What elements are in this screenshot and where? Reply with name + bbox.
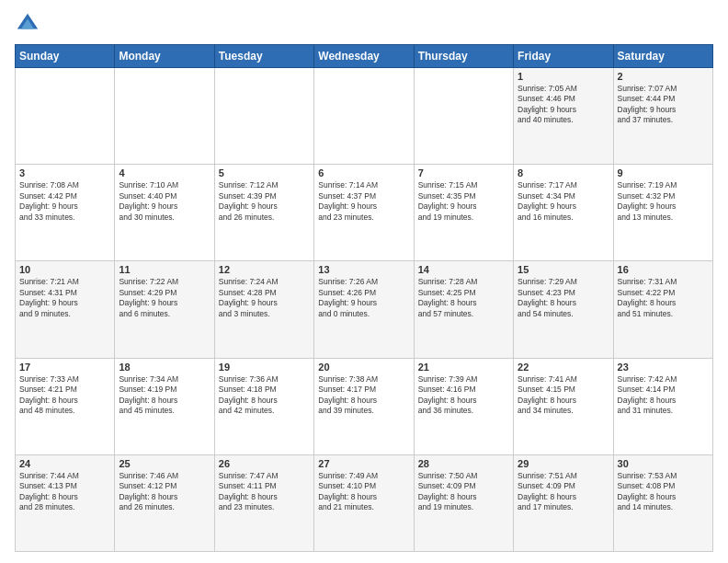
header-cell-monday: Monday (115, 45, 214, 68)
day-number: 27 (318, 458, 409, 469)
day-info-line: Sunrise: 7:44 AM (19, 471, 110, 481)
day-info-line: Daylight: 9 hours (219, 201, 310, 212)
day-info-line: Daylight: 9 hours (518, 105, 609, 115)
day-cell (414, 68, 513, 165)
day-info-line: Daylight: 8 hours (618, 298, 709, 308)
day-info-line: Sunset: 4:22 PM (618, 288, 709, 298)
week-row-3: 17Sunrise: 7:33 AMSunset: 4:21 PMDayligh… (16, 358, 713, 454)
day-info-line: Sunrise: 7:12 AM (219, 180, 310, 190)
day-info-line: Sunset: 4:10 PM (318, 481, 409, 491)
day-number: 23 (618, 362, 709, 373)
day-info-line: Daylight: 9 hours (618, 105, 709, 115)
day-info-line: and 21 minutes. (318, 502, 409, 512)
day-cell: 22Sunrise: 7:41 AMSunset: 4:15 PMDayligh… (514, 358, 613, 454)
day-cell: 3Sunrise: 7:08 AMSunset: 4:42 PMDaylight… (16, 165, 115, 261)
day-number: 1 (518, 71, 609, 82)
day-info-line: Sunrise: 7:05 AM (518, 84, 609, 94)
day-number: 30 (618, 458, 709, 469)
day-number: 11 (119, 264, 210, 275)
day-cell (115, 68, 214, 165)
day-info-line: Sunrise: 7:31 AM (618, 277, 709, 287)
day-info-line: Daylight: 8 hours (418, 396, 509, 406)
day-info-line: Daylight: 8 hours (618, 396, 709, 406)
day-info-line: Sunset: 4:40 PM (119, 191, 210, 201)
day-info-line: and 34 minutes. (518, 406, 609, 416)
day-number: 18 (119, 362, 210, 373)
day-info-line: Sunrise: 7:47 AM (219, 471, 310, 481)
day-info-line: Sunset: 4:34 PM (518, 191, 609, 201)
day-info-line: Sunset: 4:21 PM (19, 385, 110, 395)
day-info-line: Daylight: 9 hours (418, 201, 509, 212)
week-row-2: 10Sunrise: 7:21 AMSunset: 4:31 PMDayligh… (16, 261, 713, 358)
week-row-4: 24Sunrise: 7:44 AMSunset: 4:13 PMDayligh… (16, 454, 713, 551)
day-info-line: and 17 minutes. (518, 502, 609, 512)
day-info-line: Sunrise: 7:07 AM (618, 84, 709, 94)
day-info-line: Sunset: 4:29 PM (119, 288, 210, 298)
week-row-0: 1Sunrise: 7:05 AMSunset: 4:46 PMDaylight… (16, 68, 713, 165)
day-number: 6 (318, 167, 409, 178)
header-cell-thursday: Thursday (414, 45, 513, 68)
day-cell: 6Sunrise: 7:14 AMSunset: 4:37 PMDaylight… (314, 165, 414, 261)
day-info-line: Sunrise: 7:49 AM (318, 471, 409, 481)
day-info-line: Sunset: 4:12 PM (119, 481, 210, 491)
day-info-line: and 54 minutes. (518, 309, 609, 319)
day-number: 17 (19, 362, 110, 373)
day-info-line: and 26 minutes. (219, 213, 310, 223)
day-number: 26 (219, 458, 310, 469)
header (15, 11, 713, 37)
day-info-line: and 3 minutes. (219, 309, 310, 319)
day-info-line: Sunrise: 7:42 AM (618, 374, 709, 385)
day-number: 20 (318, 362, 409, 373)
day-info-line: Sunrise: 7:34 AM (119, 374, 210, 385)
day-info-line: Sunset: 4:35 PM (418, 191, 509, 201)
day-info-line: Sunrise: 7:36 AM (219, 374, 310, 385)
day-info-line: Daylight: 8 hours (518, 298, 609, 308)
day-info-line: and 6 minutes. (119, 309, 210, 319)
day-info-line: Sunrise: 7:28 AM (418, 277, 509, 287)
day-info-line: Sunrise: 7:21 AM (19, 277, 110, 287)
day-number: 22 (518, 362, 609, 373)
day-info-line: Sunset: 4:09 PM (418, 481, 509, 491)
day-info-line: Daylight: 8 hours (418, 298, 509, 308)
day-number: 4 (119, 167, 210, 178)
day-info-line: Sunrise: 7:29 AM (518, 277, 609, 287)
day-info-line: Daylight: 8 hours (219, 396, 310, 406)
day-number: 7 (418, 167, 509, 178)
day-info-line: Daylight: 8 hours (219, 492, 310, 502)
day-info-line: and 48 minutes. (19, 406, 110, 416)
day-info-line: Sunset: 4:39 PM (219, 191, 310, 201)
day-number: 24 (19, 458, 110, 469)
day-info-line: and 30 minutes. (119, 213, 210, 223)
day-cell: 27Sunrise: 7:49 AMSunset: 4:10 PMDayligh… (314, 454, 414, 551)
day-info-line: Sunset: 4:37 PM (318, 191, 409, 201)
day-info-line: and 9 minutes. (19, 309, 110, 319)
day-info-line: and 45 minutes. (119, 406, 210, 416)
day-info-line: and 28 minutes. (19, 502, 110, 512)
day-cell: 26Sunrise: 7:47 AMSunset: 4:11 PMDayligh… (214, 454, 313, 551)
day-info-line: Daylight: 8 hours (19, 492, 110, 502)
day-info-line: Sunset: 4:09 PM (518, 481, 609, 491)
day-number: 12 (219, 264, 310, 275)
day-info-line: Sunrise: 7:39 AM (418, 374, 509, 385)
day-info-line: Sunset: 4:17 PM (318, 385, 409, 395)
day-info-line: and 40 minutes. (518, 115, 609, 125)
day-info-line: Sunrise: 7:51 AM (518, 471, 609, 481)
day-info-line: and 42 minutes. (219, 406, 310, 416)
day-info-line: and 19 minutes. (418, 213, 509, 223)
day-info-line: Sunrise: 7:26 AM (318, 277, 409, 287)
day-info-line: Sunset: 4:46 PM (518, 94, 609, 104)
day-info-line: Sunrise: 7:50 AM (418, 471, 509, 481)
day-info-line: and 39 minutes. (318, 406, 409, 416)
day-number: 2 (618, 71, 709, 82)
day-info-line: Daylight: 9 hours (318, 201, 409, 212)
day-info-line: Sunrise: 7:53 AM (618, 471, 709, 481)
day-number: 21 (418, 362, 509, 373)
day-cell: 19Sunrise: 7:36 AMSunset: 4:18 PMDayligh… (214, 358, 313, 454)
day-cell: 21Sunrise: 7:39 AMSunset: 4:16 PMDayligh… (414, 358, 513, 454)
day-info-line: Sunset: 4:16 PM (418, 385, 509, 395)
day-info-line: and 31 minutes. (618, 406, 709, 416)
day-number: 28 (418, 458, 509, 469)
day-info-line: Sunrise: 7:46 AM (119, 471, 210, 481)
day-cell: 15Sunrise: 7:29 AMSunset: 4:23 PMDayligh… (514, 261, 613, 358)
header-cell-saturday: Saturday (613, 45, 712, 68)
